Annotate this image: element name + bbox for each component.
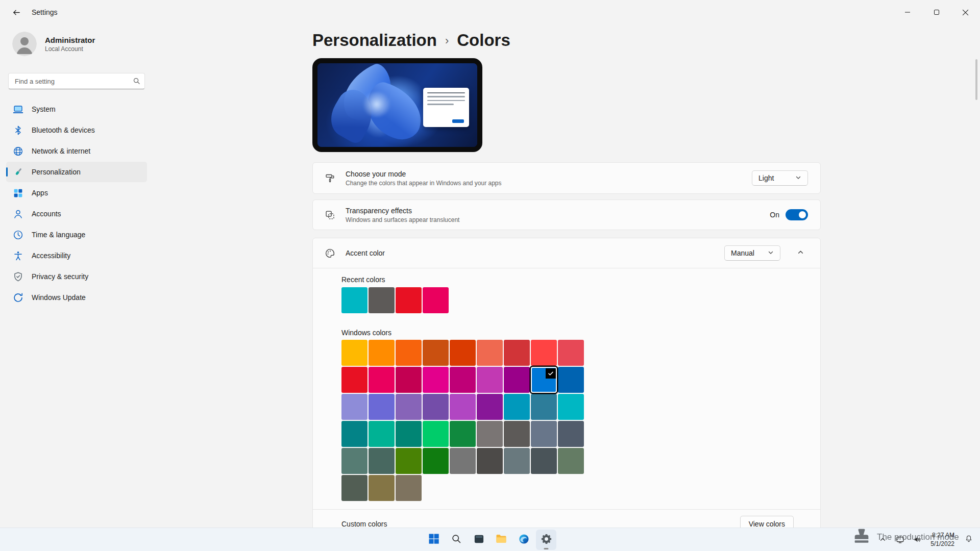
minimize-button[interactable] — [893, 0, 922, 24]
start-button[interactable] — [424, 530, 444, 550]
color-swatch[interactable] — [341, 287, 368, 313]
sidebar-item-windows-update[interactable]: Windows Update — [6, 287, 147, 308]
sidebar-item-bluetooth-and-devices[interactable]: Bluetooth & devices — [6, 120, 147, 140]
color-swatch[interactable] — [396, 394, 422, 420]
avatar — [12, 32, 37, 56]
color-swatch[interactable] — [477, 421, 503, 447]
notification-button[interactable] — [961, 530, 977, 550]
back-button[interactable] — [7, 3, 26, 21]
color-swatch[interactable] — [396, 367, 422, 393]
tray-icons — [876, 534, 923, 546]
taskbar-icons — [424, 530, 556, 550]
color-swatch[interactable] — [396, 475, 422, 501]
color-swatch[interactable] — [396, 287, 422, 313]
color-swatch[interactable] — [369, 394, 395, 420]
close-button[interactable] — [951, 0, 980, 24]
color-swatch[interactable] — [396, 421, 422, 447]
color-swatch[interactable] — [341, 448, 368, 474]
color-swatch[interactable] — [477, 367, 503, 393]
color-swatch[interactable] — [531, 448, 557, 474]
color-swatch[interactable] — [477, 340, 503, 366]
search-input[interactable] — [8, 73, 145, 89]
color-swatch[interactable] — [558, 340, 584, 366]
color-swatch[interactable] — [477, 394, 503, 420]
color-swatch[interactable] — [369, 421, 395, 447]
theme-preview — [312, 58, 482, 152]
sidebar-item-accessibility[interactable]: Accessibility — [6, 245, 147, 266]
color-swatch[interactable] — [558, 394, 584, 420]
color-swatch[interactable] — [423, 448, 449, 474]
time-icon — [12, 229, 23, 240]
color-swatch[interactable] — [450, 421, 476, 447]
sidebar-item-apps[interactable]: Apps — [6, 183, 147, 203]
color-swatch[interactable] — [531, 421, 557, 447]
sidebar-item-system[interactable]: System — [6, 99, 147, 119]
clock[interactable]: 8:27 AM 5/1/2022 — [930, 531, 954, 547]
user-profile[interactable]: Administrator Local Account — [12, 32, 153, 56]
sidebar-item-personalization[interactable]: Personalization — [6, 162, 147, 182]
color-swatch[interactable] — [504, 448, 530, 474]
color-swatch[interactable] — [558, 448, 584, 474]
color-swatch[interactable] — [504, 367, 530, 393]
color-swatch[interactable] — [423, 367, 449, 393]
chevron-up-icon[interactable] — [876, 534, 889, 546]
color-swatch[interactable] — [423, 421, 449, 447]
color-swatch[interactable] — [341, 421, 368, 447]
taskbar-search-button[interactable] — [446, 530, 467, 550]
transparency-toggle[interactable] — [786, 209, 808, 220]
scrollbar[interactable] — [975, 59, 977, 100]
color-swatch[interactable] — [423, 287, 449, 313]
sidebar-item-label: Windows Update — [32, 293, 86, 302]
maximize-button[interactable] — [922, 0, 951, 24]
sidebar-item-accounts[interactable]: Accounts — [6, 204, 147, 224]
color-swatch[interactable] — [558, 421, 584, 447]
color-swatch[interactable] — [504, 340, 530, 366]
color-swatch[interactable] — [369, 448, 395, 474]
color-swatch-selected[interactable] — [531, 367, 557, 393]
color-swatch[interactable] — [450, 367, 476, 393]
color-swatch[interactable] — [341, 367, 368, 393]
color-swatch[interactable] — [369, 340, 395, 366]
sidebar-item-time-and-language[interactable]: Time & language — [6, 224, 147, 245]
sidebar-item-label: Network & internet — [32, 147, 90, 155]
breadcrumb-personalization[interactable]: Personalization — [312, 30, 437, 51]
color-swatch[interactable] — [450, 340, 476, 366]
color-swatch[interactable] — [477, 448, 503, 474]
accent-color-dropdown[interactable]: Manual — [724, 245, 780, 261]
color-swatch[interactable] — [369, 367, 395, 393]
sidebar-item-privacy-and-security[interactable]: Privacy & security — [6, 266, 147, 287]
start-icon — [428, 533, 440, 547]
task-view-button[interactable] — [469, 530, 489, 550]
mode-dropdown[interactable]: Light — [752, 170, 808, 186]
main-content: Personalization › Colors Choose your mod… — [153, 24, 980, 551]
accent-color-header[interactable]: Accent color Manual — [313, 238, 820, 268]
display-icon[interactable] — [894, 534, 906, 546]
speaker-icon[interactable] — [911, 534, 923, 546]
color-swatch[interactable] — [369, 287, 395, 313]
file-explorer-button[interactable] — [491, 530, 511, 550]
color-swatch[interactable] — [341, 340, 368, 366]
color-swatch[interactable] — [504, 394, 530, 420]
color-swatch[interactable] — [341, 475, 368, 501]
accent-dropdown-value: Manual — [731, 249, 754, 257]
color-swatch[interactable] — [396, 340, 422, 366]
color-swatch[interactable] — [450, 394, 476, 420]
sidebar-item-label: Accessibility — [32, 252, 70, 260]
color-swatch[interactable] — [341, 394, 368, 420]
color-swatch[interactable] — [531, 394, 557, 420]
sidebar-item-network-and-internet[interactable]: Network & internet — [6, 141, 147, 161]
update-icon — [12, 292, 23, 303]
settings-button[interactable] — [536, 530, 556, 550]
color-swatch[interactable] — [450, 448, 476, 474]
accent-collapse-button[interactable] — [793, 245, 808, 261]
custom-colors-label: Custom colors — [341, 520, 387, 528]
color-swatch[interactable] — [369, 475, 395, 501]
color-swatch[interactable] — [558, 367, 584, 393]
edge-button[interactable] — [513, 530, 534, 550]
color-swatch[interactable] — [423, 394, 449, 420]
color-swatch[interactable] — [504, 421, 530, 447]
chevron-down-icon — [768, 249, 774, 257]
color-swatch[interactable] — [396, 448, 422, 474]
color-swatch[interactable] — [531, 340, 557, 366]
color-swatch[interactable] — [423, 340, 449, 366]
